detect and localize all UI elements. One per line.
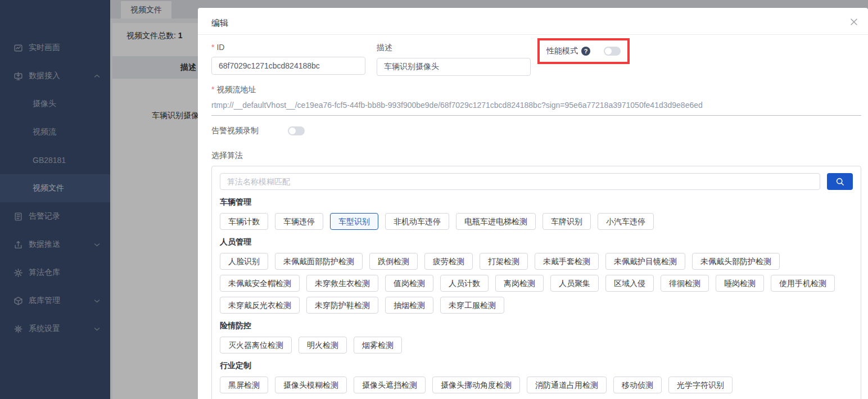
algo-button-group-danger: 灭火器离位检测 明火检测 烟雾检测 [220, 337, 853, 353]
algo-button[interactable]: 车辆违停 [275, 213, 323, 230]
app-window: 实时画面 数据接入 摄像头 视频流 GB28181 视频文件 告警记录 [0, 0, 868, 399]
algo-button[interactable]: 未佩戴护目镜检测 [605, 253, 685, 270]
algo-button[interactable]: 人脸识别 [220, 253, 268, 270]
algo-button[interactable]: 未佩戴面部防护检测 [275, 253, 363, 270]
stream-url-label: *视频流地址 [211, 85, 861, 95]
algo-button[interactable]: 使用手机检测 [771, 275, 835, 292]
id-field-group: *ID [211, 43, 365, 75]
algo-button[interactable]: 黑屏检测 [220, 377, 268, 393]
alarm-record-label: 告警视频录制 [211, 126, 259, 136]
algo-button[interactable]: 摄像头模糊检测 [275, 377, 347, 393]
algo-button-group-industry: 黑屏检测 摄像头模糊检测 摄像头遮挡检测 摄像头挪动角度检测 消防通道占用检测 … [220, 377, 853, 393]
algo-button[interactable]: 烟雾检测 [354, 337, 402, 353]
close-icon[interactable] [849, 17, 859, 27]
algo-button-group-personnel: 人脸识别 未佩戴面部防护检测 跌倒检测 疲劳检测 打架检测 未戴手套检测 未佩戴… [220, 253, 853, 314]
algo-button[interactable]: 移动侦测 [613, 377, 662, 393]
dialog-body: *ID 描述 性能模式 ? *视频流地址 rt [198, 35, 868, 399]
algo-button[interactable]: 疲劳检测 [424, 253, 473, 270]
algorithm-search-row [220, 173, 853, 190]
algorithm-panel: 车辆管理 车辆计数 车辆违停 车型识别 非机动车违停 电瓶车进电梯检测 车牌识别… [211, 166, 861, 399]
category-title-personnel: 人员管理 [220, 237, 853, 247]
algo-button[interactable]: 车牌识别 [542, 213, 591, 230]
performance-mode-label: 性能模式 [546, 46, 578, 56]
algo-button[interactable]: 睡岗检测 [716, 275, 764, 292]
toggle-knob [289, 128, 296, 134]
form-row-top: *ID 描述 性能模式 ? [211, 43, 861, 76]
stream-url-value: rtmp://__defaultVhost__/ce19ea76-fcf5-44… [211, 101, 861, 116]
algo-button[interactable]: 灭火器离位检测 [220, 337, 292, 353]
search-button[interactable] [827, 173, 853, 190]
dialog-header: 编辑 [198, 8, 868, 35]
category-title-vehicle: 车辆管理 [220, 197, 853, 207]
algo-button[interactable]: 跌倒检测 [369, 253, 418, 270]
algo-button[interactable]: 摄像头挪动角度检测 [432, 377, 520, 393]
algo-button[interactable]: 明火检测 [299, 337, 347, 353]
algo-button[interactable]: 值岗检测 [385, 275, 433, 292]
toggle-knob [605, 48, 612, 55]
algo-button[interactable]: 未佩戴头部防护检测 [692, 253, 780, 270]
algo-button[interactable]: 消防通道占用检测 [527, 377, 607, 393]
category-title-danger: 险情防控 [220, 321, 853, 331]
algo-button[interactable]: 徘徊检测 [661, 275, 709, 292]
algo-button[interactable]: 非机动车违停 [385, 213, 449, 230]
algo-button[interactable]: 离岗检测 [495, 275, 544, 292]
algo-button[interactable]: 未佩戴安全帽检测 [220, 275, 300, 292]
alarm-record-toggle[interactable] [288, 126, 305, 135]
question-circle-icon[interactable]: ? [581, 47, 590, 56]
algo-button-group-vehicle: 车辆计数 车辆违停 车型识别 非机动车违停 电瓶车进电梯检测 车牌识别 小汽车违… [220, 213, 853, 230]
desc-field-group: 描述 [377, 43, 531, 76]
algo-button[interactable]: 打架检测 [480, 253, 528, 270]
desc-input[interactable] [377, 58, 531, 76]
desc-label: 描述 [377, 43, 531, 53]
algo-button[interactable]: 摄像头遮挡检测 [354, 377, 426, 393]
algo-button[interactable]: 未戴手套检测 [535, 253, 599, 270]
performance-mode-toggle[interactable] [604, 47, 621, 56]
required-marker: * [211, 85, 214, 94]
algo-button[interactable]: 小汽车违停 [598, 213, 654, 230]
search-icon [835, 177, 845, 187]
algo-button[interactable]: 抽烟检测 [385, 297, 433, 314]
required-marker: * [211, 43, 214, 52]
dialog-title: 编辑 [211, 18, 228, 28]
category-title-industry: 行业定制 [220, 361, 853, 371]
algo-button[interactable]: 光学字符识别 [668, 377, 733, 393]
edit-dialog: 编辑 *ID 描述 性能模式 ? [198, 8, 868, 399]
id-label: *ID [211, 43, 365, 52]
performance-mode-highlight-box: 性能模式 ? [537, 38, 630, 64]
algorithm-search-input[interactable] [220, 173, 820, 190]
id-input[interactable] [211, 57, 365, 75]
alarm-record-group: 告警视频录制 [211, 126, 861, 136]
algo-button[interactable]: 未穿戴反光衣检测 [220, 297, 300, 314]
stream-url-group: *视频流地址 rtmp://__defaultVhost__/ce19ea76-… [211, 85, 861, 116]
algo-button-selected[interactable]: 车型识别 [330, 213, 378, 230]
algo-button[interactable]: 未穿工服检测 [440, 297, 504, 314]
algo-button[interactable]: 车辆计数 [220, 213, 268, 230]
algo-button[interactable]: 人员聚集 [550, 275, 599, 292]
algo-button[interactable]: 未穿救生衣检测 [306, 275, 378, 292]
select-algorithm-label: 选择算法 [211, 151, 861, 161]
algo-button[interactable]: 未穿防护鞋检测 [306, 297, 378, 314]
algo-button[interactable]: 电瓶车进电梯检测 [456, 213, 536, 230]
algo-button[interactable]: 人员计数 [440, 275, 489, 292]
algo-button[interactable]: 区域入侵 [605, 275, 654, 292]
